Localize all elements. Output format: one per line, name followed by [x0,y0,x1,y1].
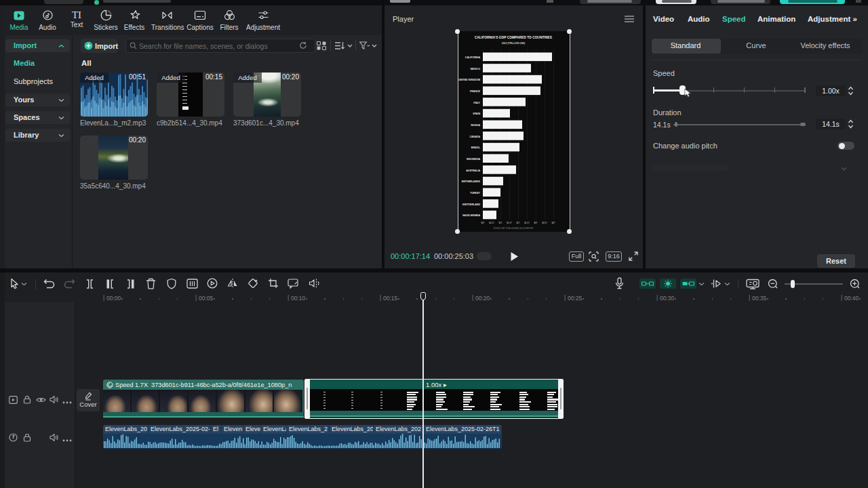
svg-text:$3.5T: $3.5T [542,222,547,224]
svg-text:$0.5T: $0.5T [489,222,494,224]
svg-text:$4T: $4T [551,222,555,224]
svg-text:TURKEY: TURKEY [470,192,480,195]
svg-text:MEXICO: MEXICO [471,68,480,70]
svg-text:CALIFORNIA: CALIFORNIA [465,56,481,59]
svg-text:RUSSIA: RUSSIA [471,124,480,127]
svg-text:$1T: $1T [498,222,502,224]
svg-text:CALIFORNIA'S GDP COMPARED TO C: CALIFORNIA'S GDP COMPARED TO COUNTRIES [475,36,553,39]
svg-text:SAUDI ARABIA: SAUDI ARABIA [462,214,480,217]
svg-text:$0T: $0T [481,222,484,224]
svg-text:$3T: $3T [534,222,537,224]
svg-text:BRAZIL: BRAZIL [471,146,481,149]
svg-text:SWITZERLAND: SWITZERLAND [462,203,481,206]
svg-text:NETHERLANDS: NETHERLANDS [462,180,481,183]
svg-text:$1.5T: $1.5T [507,222,512,224]
svg-text:UNITED KINGDOM: UNITED KINGDOM [458,79,480,81]
svg-text:SPAIN: SPAIN [473,113,480,115]
svg-text:ITALY: ITALY [473,102,480,104]
svg-text:FRANCE: FRANCE [470,90,481,93]
svg-text:INDONESIA: INDONESIA [467,158,480,161]
svg-text:AUSTRALIA: AUSTRALIA [466,169,480,172]
svg-text:SOURCE: IMF TOTAL FIGURES GDCV: SOURCE: IMF TOTAL FIGURES GDCVS REPORT [493,227,534,230]
svg-text:$2T: $2T [516,222,519,224]
svg-text:2023 (TRILLION USD): 2023 (TRILLION USD) [502,42,525,45]
svg-text:CANADA: CANADA [469,136,480,138]
svg-text:$2.5T: $2.5T [524,222,530,224]
